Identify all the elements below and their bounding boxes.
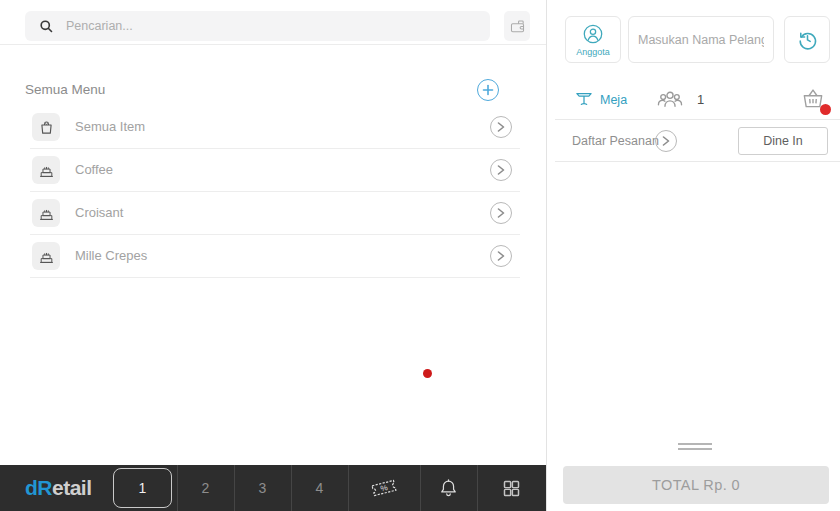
voucher-icon: % [369, 476, 399, 500]
member-person-icon [582, 23, 604, 45]
apps-grid-button[interactable] [477, 465, 546, 511]
menu-category-label: Mille Crepes [75, 235, 147, 278]
menu-category-row[interactable]: Croisant [30, 192, 520, 235]
expand-order-list-button[interactable] [655, 130, 677, 152]
cursor-dot [423, 369, 432, 378]
table-icon[interactable] [574, 89, 594, 109]
shopping-bag-icon [32, 113, 60, 141]
order-history-icon [796, 28, 819, 51]
member-button[interactable]: Anggota [565, 16, 621, 63]
basket-button[interactable] [800, 87, 828, 113]
search-section-divider [0, 44, 546, 45]
chevron-right-icon[interactable] [490, 116, 512, 138]
menu-category-label: Semua Item [75, 106, 145, 149]
customer-name-input[interactable] [629, 33, 773, 47]
add-menu-button[interactable] [477, 79, 499, 101]
customer-name-field[interactable] [628, 16, 774, 63]
wallet-icon [509, 18, 526, 35]
order-list-label: Daftar Pesanan [572, 126, 659, 156]
menu-category-row[interactable]: Mille Crepes [30, 235, 520, 278]
dine-in-button[interactable]: Dine In [738, 127, 828, 155]
menu-category-label: Coffee [75, 149, 113, 192]
table-label[interactable]: Meja [600, 86, 627, 114]
order-slot-4-button[interactable]: 4 [291, 465, 348, 511]
chevron-right-icon[interactable] [490, 202, 512, 224]
cake-icon [32, 156, 60, 184]
order-list-row: Daftar Pesanan Dine In [547, 126, 840, 156]
red-badge [820, 104, 831, 115]
order-slot-2-button[interactable]: 2 [177, 465, 234, 511]
grid-icon [501, 478, 522, 499]
guest-count[interactable]: 1 [697, 86, 704, 114]
menu-category-label: Croisant [75, 192, 123, 235]
total-button[interactable]: TOTAL Rp. 0 [563, 466, 829, 504]
menu-category-row[interactable]: Coffee [30, 149, 520, 192]
chevron-right-icon[interactable] [490, 245, 512, 267]
chevron-right-icon[interactable] [490, 159, 512, 181]
search-icon [39, 19, 66, 34]
table-info-row: Meja 1 [547, 86, 840, 114]
order-slot-3-button[interactable]: 3 [234, 465, 291, 511]
cake-icon [32, 199, 60, 227]
cake-icon [32, 242, 60, 270]
svg-text:%: % [380, 483, 389, 493]
row-divider [555, 161, 840, 162]
search-bar[interactable] [25, 11, 490, 41]
bell-icon [438, 477, 459, 499]
order-panel: Anggota Meja [547, 0, 840, 511]
menu-panel: Semua Menu Semua Item [0, 0, 546, 465]
drag-handle[interactable] [678, 443, 712, 450]
menu-category-row[interactable]: Semua Item [30, 106, 520, 149]
logo-text-blue: dR [25, 476, 52, 499]
menu-section-title: Semua Menu [25, 79, 105, 101]
member-button-label: Anggota [576, 47, 610, 57]
order-history-button[interactable] [784, 16, 830, 63]
wallet-button[interactable] [504, 11, 530, 41]
plus-icon [482, 84, 494, 96]
order-slot-1-button[interactable]: 1 [113, 468, 172, 508]
row-divider [555, 119, 840, 120]
dretail-logo: dRetail [25, 465, 92, 511]
notifications-button[interactable] [420, 465, 477, 511]
logo-text-light: etail [52, 476, 92, 499]
bottom-bar: dRetail 1 2 3 4 % [0, 465, 546, 511]
voucher-button[interactable]: % [348, 465, 420, 511]
search-input[interactable] [66, 19, 476, 33]
guests-icon[interactable] [655, 89, 685, 110]
